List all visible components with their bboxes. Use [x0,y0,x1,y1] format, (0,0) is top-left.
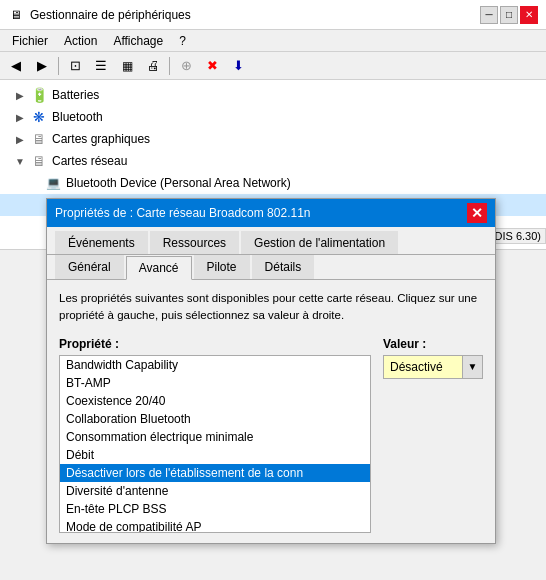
toolbar-sep-1 [58,57,59,75]
toolbar-btn-2[interactable]: ☰ [89,54,113,78]
toolbar-btn-4[interactable]: 🖨 [141,54,165,78]
prop-bandwidth[interactable]: Bandwidth Capability [60,356,370,374]
prop-diversite[interactable]: Diversité d'antenne [60,482,370,500]
tree-item-bluetooth[interactable]: ▶ ❋ Bluetooth [0,106,546,128]
tab-gestion-alimentation[interactable]: Gestion de l'alimentation [241,231,398,254]
dialog-title-bar: Propriétés de : Carte réseau Broadcom 80… [47,199,495,227]
close-button[interactable]: ✕ [520,6,538,24]
toolbar-btn-5[interactable]: ⊕ [174,54,198,78]
expand-cartes-reseau[interactable]: ▼ [12,153,28,169]
tree-item-bluetooth-device[interactable]: 💻 Bluetooth Device (Personal Area Networ… [0,172,546,194]
bluetooth-label: Bluetooth [52,110,103,124]
prop-coexistence[interactable]: Coexistence 20/40 [60,392,370,410]
menu-fichier[interactable]: Fichier [4,32,56,50]
toolbar-btn-7[interactable]: ⬇ [226,54,250,78]
bluetooth-device-label: Bluetooth Device (Personal Area Network) [66,176,291,190]
bluetooth-device-icon: 💻 [44,174,62,192]
property-list[interactable]: Bandwidth Capability BT-AMP Coexistence … [59,355,371,533]
cartes-reseau-label: Cartes réseau [52,154,127,168]
tree-item-batteries[interactable]: ▶ 🔋 Batteries [0,84,546,106]
toolbar: ◀ ▶ ⊡ ☰ ▦ 🖨 ⊕ ✖ ⬇ [0,52,546,80]
menu-bar: Fichier Action Affichage ? [0,30,546,52]
value-header: Valeur : [383,337,483,351]
menu-action[interactable]: Action [56,32,105,50]
maximize-button[interactable]: □ [500,6,518,24]
value-dropdown-text: Désactivé [384,360,462,374]
dialog-title: Propriétés de : Carte réseau Broadcom 80… [55,206,310,220]
dialog-tabs-row2: Général Avancé Pilote Détails [47,255,495,280]
title-bar: 🖥 Gestionnaire de périphériques ─ □ ✕ [0,0,546,30]
toolbar-sep-2 [169,57,170,75]
menu-help[interactable]: ? [171,32,194,50]
tab-ressources[interactable]: Ressources [150,231,239,254]
dialog-tabs-row1: Événements Ressources Gestion de l'alime… [47,227,495,255]
tree-item-cartes-graphiques[interactable]: ▶ 🖥 Cartes graphiques [0,128,546,150]
back-button[interactable]: ◀ [4,54,28,78]
dialog-description: Les propriétés suivantes sont disponible… [59,290,483,325]
forward-button[interactable]: ▶ [30,54,54,78]
prop-debit[interactable]: Débit [60,446,370,464]
property-header: Propriété : [59,337,371,351]
prop-entete-plcp[interactable]: En-tête PLCP BSS [60,500,370,518]
toolbar-btn-3[interactable]: ▦ [115,54,139,78]
value-dropdown[interactable]: Désactivé ▼ [383,355,483,379]
minimize-button[interactable]: ─ [480,6,498,24]
bluetooth-icon: ❋ [30,108,48,126]
dialog-close-button[interactable]: ✕ [467,203,487,223]
prop-mode-compatibilite[interactable]: Mode de compatibilité AP [60,518,370,533]
prop-bt-amp[interactable]: BT-AMP [60,374,370,392]
cartes-graphiques-label: Cartes graphiques [52,132,150,146]
expand-batteries[interactable]: ▶ [12,87,28,103]
menu-affichage[interactable]: Affichage [105,32,171,50]
toolbar-btn-1[interactable]: ⊡ [63,54,87,78]
cartes-reseau-icon: 🖥 [30,152,48,170]
prop-desactiver[interactable]: Désactiver lors de l'établissement de la… [60,464,370,482]
dialog-body: Les propriétés suivantes sont disponible… [47,280,495,543]
batteries-label: Batteries [52,88,99,102]
toolbar-btn-6[interactable]: ✖ [200,54,224,78]
expand-bluetooth[interactable]: ▶ [12,109,28,125]
tab-general[interactable]: Général [55,255,124,279]
batteries-icon: 🔋 [30,86,48,104]
app-icon: 🖥 [8,7,24,23]
tab-avance[interactable]: Avancé [126,256,192,280]
dialog-content-row: Propriété : Bandwidth Capability BT-AMP … [59,337,483,533]
expand-cartes-graphiques[interactable]: ▶ [12,131,28,147]
properties-dialog: Propriétés de : Carte réseau Broadcom 80… [46,198,496,544]
value-dropdown-arrow-icon[interactable]: ▼ [462,356,482,378]
window-title: Gestionnaire de périphériques [30,8,480,22]
tab-details[interactable]: Détails [252,255,315,279]
prop-collaboration-bluetooth[interactable]: Collaboration Bluetooth [60,410,370,428]
cartes-graphiques-icon: 🖥 [30,130,48,148]
tab-evenements[interactable]: Événements [55,231,148,254]
value-column: Valeur : Désactivé ▼ [383,337,483,379]
tree-item-cartes-reseau[interactable]: ▼ 🖥 Cartes réseau [0,150,546,172]
property-column: Propriété : Bandwidth Capability BT-AMP … [59,337,371,533]
tab-pilote[interactable]: Pilote [194,255,250,279]
title-bar-controls: ─ □ ✕ [480,6,538,24]
prop-consommation[interactable]: Consommation électrique minimale [60,428,370,446]
